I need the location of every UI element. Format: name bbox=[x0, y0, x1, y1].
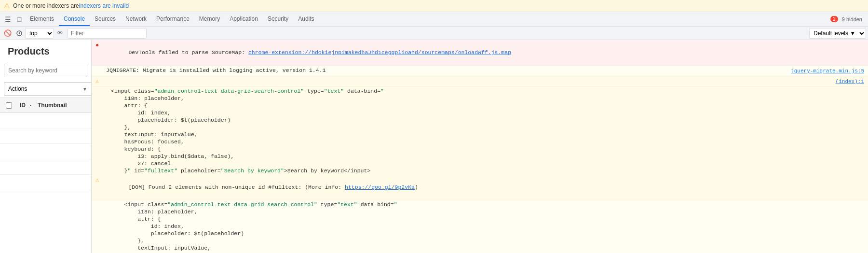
console-line-warn-1: ⚠ (index):1 bbox=[92, 76, 868, 87]
console-toolbar: 🚫 top 👁 Default levels ▼ bbox=[0, 27, 868, 40]
dom-warn-link-1[interactable]: https://goo.gl/9p2vKa bbox=[345, 184, 415, 190]
left-panel: Products Actions ▼ ID · Thumbnail bbox=[0, 40, 92, 253]
dom-warn-message-1: [DOM] Found 2 elements with non-unique i… bbox=[102, 176, 864, 199]
error-badge: 2 bbox=[830, 16, 838, 22]
select-all-checkbox[interactable] bbox=[6, 102, 12, 109]
console-line-dom-1: ⚠ [DOM] Found 2 elements with non-unique… bbox=[92, 175, 868, 200]
tab-performance[interactable]: Performance bbox=[151, 12, 194, 26]
console-message: DevTools failed to parse SourceMap: chro… bbox=[102, 41, 864, 64]
warning-link[interactable]: indexers are invalid bbox=[79, 2, 129, 9]
tab-application[interactable]: Application bbox=[225, 12, 263, 26]
code-block-2: <input class="admin_control-text data-gr… bbox=[92, 200, 868, 253]
tab-security[interactable]: Security bbox=[263, 12, 293, 26]
jqmigrate-message: JQMIGRATE: Migrate is installed with log… bbox=[106, 67, 787, 74]
console-output: ● DevTools failed to parse SourceMap: ch… bbox=[92, 40, 868, 253]
devtools-tabs: ☰ □ Elements Console Sources Network Per… bbox=[0, 12, 868, 27]
tab-audits[interactable]: Audits bbox=[293, 12, 319, 26]
tab-sources[interactable]: Sources bbox=[90, 12, 121, 26]
page-title: Products bbox=[0, 40, 91, 61]
tab-console[interactable]: Console bbox=[59, 12, 90, 26]
column-header-dot: · bbox=[30, 102, 38, 109]
tab-memory[interactable]: Memory bbox=[194, 12, 225, 26]
table-row bbox=[0, 159, 91, 175]
filter-input[interactable] bbox=[68, 28, 147, 39]
column-header-checkbox bbox=[2, 102, 15, 109]
eye-icon[interactable]: 👁 bbox=[54, 28, 66, 39]
console-line-error-sourcemap: ● DevTools failed to parse SourceMap: ch… bbox=[92, 40, 868, 66]
clear-console-button[interactable]: 🚫 bbox=[2, 28, 14, 39]
jqmigrate-source[interactable]: jquery-migrate.min.js:5 bbox=[791, 67, 864, 75]
warning-icon: ⚠ bbox=[4, 2, 10, 10]
code-block-1: <input class="admin_control-text data-gr… bbox=[92, 87, 868, 175]
console-line-jqmigrate: JQMIGRATE: Migrate is installed with log… bbox=[92, 66, 868, 76]
table-rows bbox=[0, 113, 91, 253]
tab-network[interactable]: Network bbox=[121, 12, 151, 26]
table-header: ID · Thumbnail bbox=[0, 98, 91, 113]
preserve-log-icon[interactable] bbox=[14, 28, 25, 39]
sourcemap-link[interactable]: chrome-extension://hdokiejnpimakedhaJhd1… bbox=[248, 49, 511, 56]
warning-text: One or more indexers are bbox=[13, 2, 79, 9]
column-header-id: ID bbox=[15, 102, 30, 109]
tab-elements[interactable]: Elements bbox=[25, 12, 59, 26]
devtools-dock-icon[interactable]: □ bbox=[14, 14, 25, 25]
table-row bbox=[0, 128, 91, 144]
warn-icon-1: ⚠ bbox=[95, 78, 99, 85]
warn-source-1[interactable]: (index):1 bbox=[836, 78, 864, 85]
level-select[interactable]: Default levels ▼ bbox=[809, 28, 866, 39]
hidden-count: 9 hidden bbox=[838, 16, 866, 22]
actions-container: Actions ▼ bbox=[4, 82, 87, 96]
table-row bbox=[0, 175, 91, 190]
error-icon: ● bbox=[95, 42, 99, 49]
column-header-thumbnail: Thumbnail bbox=[38, 102, 89, 109]
search-input[interactable] bbox=[4, 64, 87, 77]
table-row bbox=[0, 144, 91, 159]
context-select[interactable]: top bbox=[25, 28, 54, 39]
warning-bar: ⚠ One or more indexers are indexers are … bbox=[0, 0, 868, 12]
svg-line-2 bbox=[19, 33, 20, 34]
devtools-menu-icon[interactable]: ☰ bbox=[2, 14, 14, 25]
warn-icon-dom-1: ⚠ bbox=[95, 176, 99, 184]
table-row bbox=[0, 113, 91, 128]
actions-select[interactable]: Actions bbox=[4, 82, 92, 96]
main-area: Products Actions ▼ ID · Thumbnail bbox=[0, 40, 868, 253]
